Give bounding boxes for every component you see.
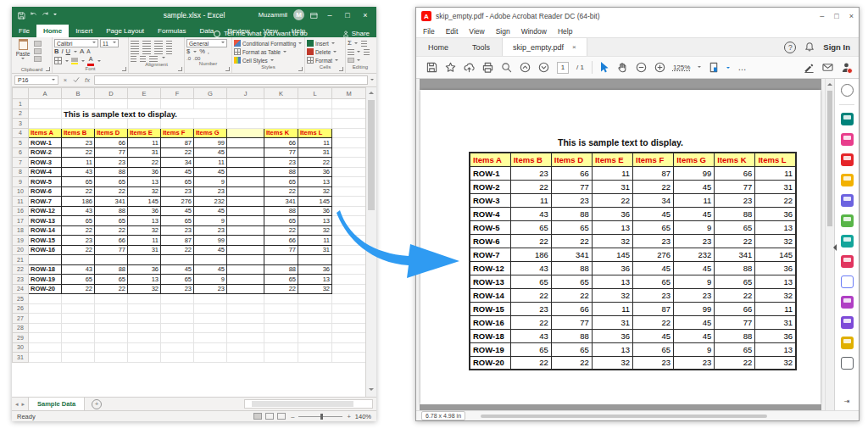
cut-icon[interactable] bbox=[34, 41, 42, 47]
cell[interactable] bbox=[264, 333, 298, 343]
cell-value[interactable]: 77 bbox=[264, 147, 298, 158]
cell[interactable] bbox=[95, 333, 128, 343]
row-header-8[interactable]: 8 bbox=[13, 167, 29, 177]
cell-value[interactable]: 36 bbox=[128, 206, 161, 216]
cell-value[interactable]: 45 bbox=[194, 245, 227, 255]
shrink-font-button[interactable]: A bbox=[86, 48, 90, 55]
cell[interactable] bbox=[298, 99, 332, 109]
cell[interactable] bbox=[29, 294, 62, 304]
cell[interactable] bbox=[128, 314, 161, 324]
cell-row-label[interactable]: ROW-15 bbox=[29, 236, 62, 246]
name-box[interactable]: P16 bbox=[14, 75, 58, 85]
cell[interactable] bbox=[332, 197, 366, 207]
cell[interactable] bbox=[264, 342, 298, 353]
cell[interactable] bbox=[264, 294, 298, 304]
copy-icon[interactable] bbox=[34, 48, 42, 54]
font-color-button[interactable]: A bbox=[87, 56, 94, 66]
cell[interactable] bbox=[62, 255, 95, 265]
row-header-28[interactable]: 28 bbox=[13, 323, 29, 333]
cell[interactable] bbox=[62, 333, 95, 343]
menu-sign[interactable]: Sign bbox=[496, 27, 510, 36]
cell[interactable] bbox=[62, 99, 95, 109]
cell-value[interactable]: 36 bbox=[298, 206, 332, 216]
cell-row-label[interactable]: ROW-4 bbox=[29, 167, 62, 177]
cell-value[interactable]: 23 bbox=[194, 284, 227, 294]
clipboard-dialog-launcher-icon[interactable] bbox=[46, 67, 50, 71]
sign-in-button[interactable]: Sign In bbox=[823, 42, 850, 52]
cell[interactable] bbox=[332, 138, 366, 148]
redact-icon[interactable] bbox=[841, 296, 854, 309]
cell-value[interactable] bbox=[227, 275, 264, 285]
cell[interactable] bbox=[298, 294, 332, 304]
cell-value[interactable]: 22 bbox=[62, 284, 95, 294]
cell-row-label[interactable]: ROW-18 bbox=[29, 264, 62, 275]
cell-value[interactable]: 23 bbox=[194, 225, 227, 236]
row-header-9[interactable]: 9 bbox=[13, 177, 29, 187]
cell-value[interactable]: 31 bbox=[298, 245, 332, 255]
ribbon-display-options-icon[interactable] bbox=[310, 8, 318, 23]
account-name[interactable]: Muzammil bbox=[259, 11, 287, 19]
sheet-tab-sample-data[interactable]: Sample Data bbox=[28, 398, 85, 410]
notifications-bell-icon[interactable] bbox=[804, 40, 815, 55]
search-tools-icon[interactable] bbox=[841, 84, 854, 97]
pdf-scroll-thumb[interactable] bbox=[827, 91, 832, 226]
hand-tool-icon[interactable] bbox=[617, 62, 628, 73]
formula-input[interactable] bbox=[94, 75, 368, 85]
cell-value[interactable]: 22 bbox=[62, 225, 95, 236]
orientation-icon[interactable] bbox=[166, 41, 172, 47]
cell-row-label[interactable]: ROW-5 bbox=[29, 177, 62, 187]
cell-value[interactable]: 22 bbox=[62, 147, 95, 158]
row-header-24[interactable]: 24 bbox=[13, 284, 29, 294]
select-all-corner[interactable] bbox=[13, 88, 29, 99]
cell[interactable] bbox=[332, 294, 366, 304]
cell-value[interactable]: 32 bbox=[128, 284, 161, 294]
close-button[interactable]: × bbox=[849, 12, 854, 20]
cell[interactable] bbox=[332, 314, 366, 324]
align-left-icon[interactable] bbox=[131, 48, 139, 54]
cell-value[interactable]: 45 bbox=[161, 167, 194, 177]
cell[interactable] bbox=[161, 342, 194, 353]
cell-value[interactable]: 22 bbox=[298, 158, 332, 168]
minimize-button[interactable]: – bbox=[324, 11, 336, 19]
cell-row-label[interactable]: ROW-2 bbox=[29, 147, 62, 158]
tab-tools[interactable]: Tools bbox=[460, 38, 502, 56]
font-name-combo[interactable]: Calibri bbox=[54, 39, 98, 47]
cell-value[interactable]: 11 bbox=[62, 158, 95, 168]
cell[interactable] bbox=[264, 108, 298, 119]
align-center-icon[interactable] bbox=[142, 48, 151, 54]
percent-style-button[interactable]: % bbox=[199, 48, 205, 55]
cell-value[interactable]: 65 bbox=[62, 177, 95, 187]
zoom-slider-thumb[interactable] bbox=[320, 414, 323, 420]
row-header-16[interactable]: 16 bbox=[13, 206, 29, 216]
cell-value[interactable]: 88 bbox=[264, 264, 298, 275]
cell-value[interactable]: 32 bbox=[298, 186, 332, 197]
alignment-dialog-launcher-icon[interactable] bbox=[178, 67, 182, 71]
cell-value[interactable]: 66 bbox=[264, 138, 298, 148]
row-header-25[interactable]: 25 bbox=[13, 294, 29, 304]
cell-value[interactable]: 22 bbox=[62, 186, 95, 197]
zoom-slider[interactable] bbox=[298, 416, 342, 417]
cell[interactable] bbox=[161, 333, 194, 343]
cell[interactable] bbox=[161, 353, 194, 363]
account-profile-icon[interactable] bbox=[841, 62, 852, 73]
row-header-21[interactable]: 21 bbox=[13, 255, 29, 265]
cell-value[interactable]: 87 bbox=[161, 138, 194, 148]
cell[interactable] bbox=[194, 333, 227, 343]
cell-value[interactable]: 65 bbox=[264, 177, 298, 187]
cell-value[interactable]: 77 bbox=[95, 147, 128, 158]
increase-indent-icon[interactable] bbox=[140, 56, 146, 62]
cell-value[interactable]: 99 bbox=[194, 236, 227, 246]
cell-value[interactable]: 88 bbox=[264, 167, 298, 177]
cell-value[interactable]: 31 bbox=[128, 245, 161, 255]
cell[interactable] bbox=[227, 108, 264, 119]
scroll-up-icon[interactable] bbox=[369, 89, 374, 94]
cell[interactable] bbox=[161, 303, 194, 314]
cell-column-title[interactable]: Items D bbox=[95, 128, 128, 138]
cell-value[interactable]: 32 bbox=[128, 186, 161, 197]
cell-value[interactable]: 11 bbox=[298, 138, 332, 148]
cell-value[interactable] bbox=[227, 245, 264, 255]
maximize-button[interactable]: □ bbox=[342, 11, 353, 19]
cell[interactable] bbox=[227, 255, 264, 265]
cell-value[interactable]: 9 bbox=[194, 275, 227, 285]
cell-value[interactable]: 22 bbox=[264, 186, 298, 197]
